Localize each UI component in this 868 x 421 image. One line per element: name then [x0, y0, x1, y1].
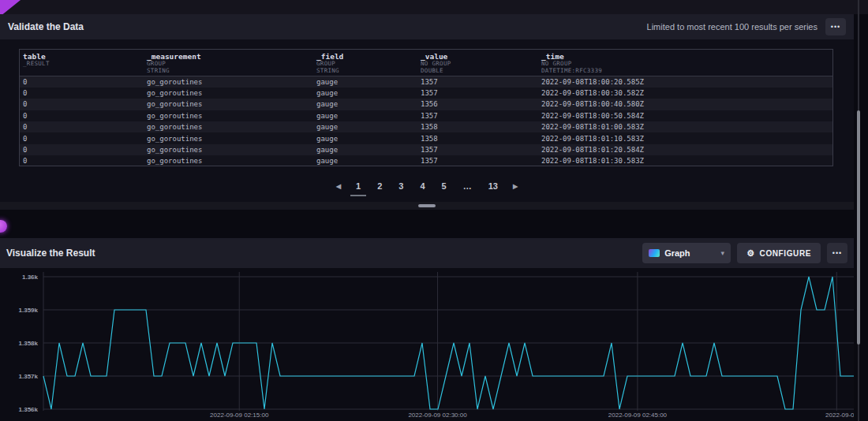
- panel-title: Visualize the Result: [6, 248, 95, 259]
- validate-data-panel: Validate the Data Limited to most recent…: [0, 14, 854, 202]
- table-cell: gauge: [313, 76, 417, 88]
- page-number-button[interactable]: 13: [487, 181, 499, 191]
- table-row: 0go_goroutinesgauge13572022-09-08T18:01:…: [20, 155, 832, 166]
- page-number-button[interactable]: 2: [376, 181, 383, 191]
- chart-area: 1.36k1.359k1.358k1.357k1.356k2022-09-09 …: [0, 268, 854, 421]
- table-row: 0go_goroutinesgauge13582022-09-08T18:01:…: [20, 132, 832, 143]
- gear-icon: ⚙: [746, 249, 754, 258]
- table-cell: 2022-09-08T18:01:20.584Z: [538, 144, 832, 155]
- table-row: 0go_goroutinesgauge13572022-09-08T18:00:…: [20, 76, 832, 88]
- table-cell: 1358: [417, 121, 538, 132]
- notification-bubble[interactable]: [0, 220, 7, 233]
- column-header: table_RESULT: [20, 50, 144, 76]
- top-strip: [0, 0, 868, 14]
- graph-type-icon: [649, 249, 660, 257]
- column-header: _measurementGROUPSTRING: [144, 50, 313, 76]
- column-header: _fieldGROUPSTRING: [313, 50, 417, 76]
- more-options-button[interactable]: •••: [827, 243, 847, 263]
- table-cell: go_goroutines: [144, 88, 313, 99]
- table-cell: 1358: [417, 132, 538, 143]
- page-number-button[interactable]: 4: [418, 181, 426, 191]
- table-cell: gauge: [313, 155, 417, 166]
- table-cell: gauge: [313, 88, 417, 99]
- column-header: _valueNO GROUPDOUBLE: [417, 50, 538, 76]
- results-table: table_RESULT_measurementGROUPSTRING_fiel…: [19, 49, 833, 166]
- table-cell: 2022-09-08T18:00:30.582Z: [538, 88, 832, 99]
- table-cell: 2022-09-08T18:00:40.580Z: [538, 99, 832, 110]
- raw-data-table: table_RESULT_measurementGROUPSTRING_fiel…: [20, 50, 832, 166]
- ellipsis-icon: •••: [832, 249, 842, 257]
- svg-text:1.358k: 1.358k: [19, 340, 39, 347]
- table-row: 0go_goroutinesgauge13562022-09-08T18:00:…: [20, 99, 832, 110]
- table-cell: 0: [20, 144, 144, 155]
- table-cell: 2022-09-08T18:01:30.583Z: [538, 155, 832, 166]
- table-cell: gauge: [313, 99, 417, 110]
- table-row: 0go_goroutinesgauge13572022-09-08T18:00:…: [20, 110, 832, 121]
- purple-accent-shape: [0, 0, 21, 14]
- table-cell: go_goroutines: [144, 132, 313, 143]
- table-cell: 2022-09-08T18:00:20.585Z: [538, 76, 832, 88]
- table-cell: 2022-09-08T18:00:50.584Z: [538, 110, 832, 121]
- panel-title: Validate the Data: [8, 21, 84, 32]
- visualize-controls: Graph ▾ ⚙ CONFIGURE •••: [642, 243, 847, 263]
- table-cell: 0: [20, 88, 144, 99]
- page-number-button[interactable]: 5: [440, 181, 448, 191]
- table-cell: go_goroutines: [144, 110, 313, 121]
- table-row: 0go_goroutinesgauge13582022-09-08T18:01:…: [20, 121, 832, 132]
- configure-label: CONFIGURE: [760, 249, 811, 258]
- svg-text:1.356k: 1.356k: [19, 406, 39, 413]
- view-type-label: Graph: [664, 248, 690, 258]
- validate-panel-header: Validate the Data Limited to most recent…: [0, 14, 854, 39]
- page-number-button[interactable]: 1: [354, 181, 362, 191]
- page-number-button[interactable]: 3: [397, 181, 405, 191]
- svg-text:1.357k: 1.357k: [19, 373, 39, 380]
- view-type-dropdown[interactable]: Graph ▾: [642, 243, 731, 263]
- table-cell: 1357: [417, 76, 538, 88]
- table-cell: go_goroutines: [144, 144, 313, 155]
- limit-note: Limited to most recent 100 results per s…: [647, 22, 817, 32]
- ellipsis-icon: •••: [831, 23, 840, 31]
- table-cell: 1357: [417, 144, 538, 155]
- table-cell: 2022-09-08T18:01:00.583Z: [538, 121, 832, 132]
- results-table-header-row: table_RESULT_measurementGROUPSTRING_fiel…: [20, 50, 832, 76]
- svg-text:1.36k: 1.36k: [22, 274, 39, 281]
- pagination-next-button[interactable]: ▶: [513, 183, 518, 190]
- chart-svg: 1.36k1.359k1.358k1.357k1.356k2022-09-09 …: [0, 268, 854, 421]
- table-cell: 0: [20, 155, 144, 166]
- visualize-panel-header: Visualize the Result Graph ▾ ⚙ CONFIGURE…: [0, 238, 854, 268]
- svg-text:2022-09-09 02:15:00: 2022-09-09 02:15:00: [210, 412, 269, 419]
- pagination-ellipsis: …: [462, 181, 473, 191]
- chevron-down-icon: ▾: [721, 249, 725, 257]
- svg-text:2022-09-09 02:45:00: 2022-09-09 02:45:00: [608, 412, 668, 419]
- table-cell: go_goroutines: [144, 99, 313, 110]
- visualize-result-panel: Visualize the Result Graph ▾ ⚙ CONFIGURE…: [0, 238, 854, 421]
- more-options-button[interactable]: •••: [825, 18, 846, 35]
- table-cell: 0: [20, 76, 144, 88]
- scrollbar-thumb[interactable]: [857, 110, 860, 345]
- table-cell: go_goroutines: [144, 155, 313, 166]
- table-cell: gauge: [313, 121, 417, 132]
- drag-handle-icon: [418, 204, 436, 207]
- table-cell: go_goroutines: [144, 76, 313, 88]
- table-cell: 0: [20, 99, 144, 110]
- pagination-prev-button[interactable]: ◀: [336, 183, 341, 190]
- configure-button[interactable]: ⚙ CONFIGURE: [737, 243, 821, 263]
- table-cell: 0: [20, 132, 144, 143]
- column-header: _timeNO GROUPDATETIME:RFC3339: [538, 50, 832, 76]
- table-cell: 1357: [417, 110, 538, 121]
- table-cell: 2022-09-08T18:01:10.583Z: [538, 132, 832, 143]
- table-cell: gauge: [313, 110, 417, 121]
- svg-text:2022-09-09: 2022-09-09: [825, 412, 854, 419]
- svg-text:1.359k: 1.359k: [19, 307, 39, 314]
- table-row: 0go_goroutinesgauge13572022-09-08T18:00:…: [20, 88, 832, 99]
- results-table-body: 0go_goroutinesgauge13572022-09-08T18:00:…: [20, 76, 832, 167]
- table-cell: gauge: [313, 144, 417, 155]
- panel-resizer[interactable]: [0, 202, 854, 210]
- table-row: 0go_goroutinesgauge13572022-09-08T18:01:…: [20, 144, 832, 155]
- table-cell: 0: [20, 110, 144, 121]
- table-cell: 0: [20, 121, 144, 132]
- table-cell: 1357: [417, 88, 538, 99]
- pagination: ◀12345…13▶: [0, 181, 854, 191]
- table-cell: 1356: [417, 99, 538, 110]
- table-cell: gauge: [313, 132, 417, 143]
